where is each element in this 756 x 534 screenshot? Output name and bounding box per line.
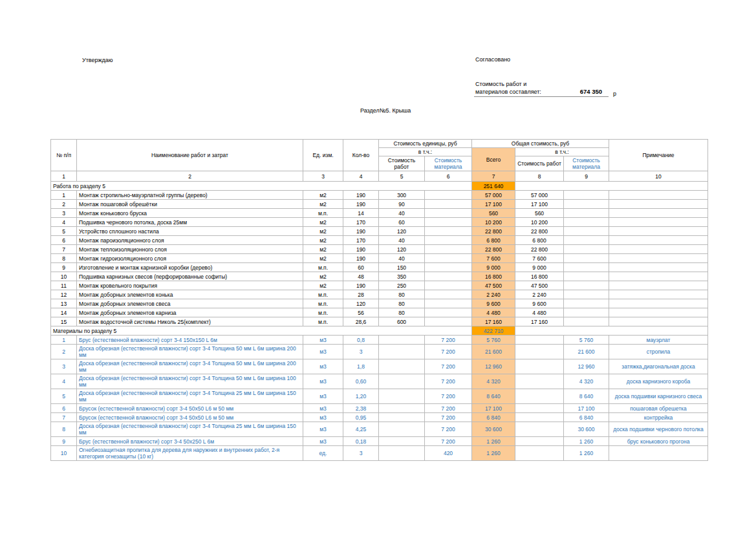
qty-cell: 14 <box>343 209 379 218</box>
total-cell: 1 260 <box>472 437 515 446</box>
unit-work-cost-cell: 150 <box>379 263 425 272</box>
material-cost-cell: 5 760 <box>564 336 609 345</box>
work-cost-cell <box>515 413 564 422</box>
note-cell: затяжка,диагональная доска <box>609 359 708 374</box>
col-number: 2 <box>77 171 303 182</box>
work-name-cell: Монтаж водосточной системы Николь 25(ком… <box>77 317 303 326</box>
empty-cell <box>515 326 708 336</box>
material-cost-cell <box>564 245 609 254</box>
unit-work-cost-cell: 80 <box>379 290 425 299</box>
note-cell <box>609 281 708 290</box>
total-cell: 17 100 <box>472 404 515 413</box>
unit-cell: м2 <box>303 272 343 281</box>
note-cell: контррейка <box>609 413 708 422</box>
work-cost-cell <box>515 422 564 437</box>
col-header-incl-unit: в т.ч.: <box>379 148 472 156</box>
material-cost-cell: 1 260 <box>564 437 609 446</box>
unit-cell: м.п. <box>303 263 343 272</box>
unit-cell: м3 <box>303 374 343 389</box>
work-name-cell: Изготовление и монтаж карнизной коробки … <box>77 263 303 272</box>
col-header-work-cost: Стоимость работ <box>379 156 425 171</box>
row-number-cell: 6 <box>51 404 77 413</box>
total-cell: 4 480 <box>472 308 515 317</box>
total-cell: 21 600 <box>472 345 515 359</box>
material-name-cell: Брус (естественной влажности) сорт 3-4 1… <box>77 336 303 345</box>
note-cell: стропила <box>609 345 708 359</box>
note-cell <box>609 218 708 227</box>
col-header-total-cost-group: Общая стоимость, руб <box>472 140 609 148</box>
total-cell: 1 260 <box>472 446 515 461</box>
work-name-cell: Монтаж гидроизоляционного слоя <box>77 254 303 263</box>
work-name-cell: Монтаж стропильно-мауэрлатной группы (де… <box>77 191 303 200</box>
total-cell: 22 800 <box>472 245 515 254</box>
row-number-cell: 3 <box>51 359 77 374</box>
col-number: 4 <box>343 171 379 182</box>
material-cost-cell <box>564 281 609 290</box>
qty-cell: 2,38 <box>343 404 379 413</box>
note-cell <box>609 272 708 281</box>
page-title: Раздел№5. Крыша <box>360 107 411 114</box>
qty-cell: 0,95 <box>343 413 379 422</box>
col-header-material-cost: Стоимость материала <box>425 156 472 171</box>
note-cell: брус конькового прогона <box>609 437 708 446</box>
col-header-qty: Кол-во <box>343 140 379 171</box>
material-row: 5Доска обрезная (естественной влажности)… <box>51 389 708 404</box>
unit-material-cost-cell: 420 <box>425 446 472 461</box>
work-cost-cell: 17 100 <box>515 200 564 209</box>
work-cost-cell <box>515 446 564 461</box>
row-number-cell: 10 <box>51 446 77 461</box>
work-cost-cell: 10 200 <box>515 218 564 227</box>
work-row: 9Изготовление и монтаж карнизной коробки… <box>51 263 708 272</box>
col-header-material-cost-total: Стоимость материала <box>564 156 609 171</box>
unit-work-cost-cell <box>379 374 425 389</box>
work-row: 5Устройство сплошного настилам219012022 … <box>51 227 708 236</box>
material-cost-cell <box>564 254 609 263</box>
unit-cell: ед. <box>303 446 343 461</box>
work-name-cell: Подшивка чернового потолка, доска 25мм <box>77 218 303 227</box>
total-cell: 7 600 <box>472 254 515 263</box>
row-number-cell: 8 <box>51 422 77 437</box>
unit-material-cost-cell <box>425 227 472 236</box>
unit-cell: м2 <box>303 227 343 236</box>
work-cost-cell <box>515 345 564 359</box>
total-cell: 8 640 <box>472 389 515 404</box>
unit-material-cost-cell <box>425 308 472 317</box>
unit-work-cost-cell <box>379 359 425 374</box>
unit-work-cost-cell <box>379 404 425 413</box>
unit-material-cost-cell <box>425 245 472 254</box>
unit-cell: м.п. <box>303 209 343 218</box>
note-cell: доска карнизного короба <box>609 374 708 389</box>
row-number-cell: 15 <box>51 317 77 326</box>
material-cost-cell: 8 640 <box>564 389 609 404</box>
unit-work-cost-cell: 40 <box>379 209 425 218</box>
qty-cell: 190 <box>343 254 379 263</box>
unit-material-cost-cell: 7 200 <box>425 437 472 446</box>
material-name-cell: Брус (естественной влажности) сорт 3-4 5… <box>77 437 303 446</box>
unit-material-cost-cell: 7 200 <box>425 374 472 389</box>
material-cost-cell: 4 320 <box>564 374 609 389</box>
work-name-cell: Монтаж пошаговой обрешётки <box>77 200 303 209</box>
unit-work-cost-cell: 40 <box>379 254 425 263</box>
section-row: Работа по разделу 5251 640 <box>51 182 708 191</box>
qty-cell: 56 <box>343 308 379 317</box>
total-cell: 47 500 <box>472 281 515 290</box>
unit-cell: м.п. <box>303 317 343 326</box>
qty-cell: 190 <box>343 245 379 254</box>
work-name-cell: Монтаж пароизоляционного слоя <box>77 236 303 245</box>
material-cost-cell: 21 600 <box>564 345 609 359</box>
material-cost-cell <box>564 191 609 200</box>
total-cell: 17 100 <box>472 200 515 209</box>
total-cell: 560 <box>472 209 515 218</box>
total-cell: 57 000 <box>472 191 515 200</box>
estimate-table-body: Работа по разделу 5251 6401Монтаж стропи… <box>51 182 708 461</box>
section-row: Материалы по разделу 5422 710 <box>51 326 708 336</box>
col-number: 5 <box>379 171 425 182</box>
section-label: Работа по разделу 5 <box>51 182 472 191</box>
total-cell: 30 600 <box>472 422 515 437</box>
work-cost-cell <box>515 374 564 389</box>
unit-cell: м3 <box>303 437 343 446</box>
qty-cell: 3 <box>343 345 379 359</box>
work-name-cell: Монтаж доборных элементов карниза <box>77 308 303 317</box>
qty-cell: 190 <box>343 191 379 200</box>
work-cost-cell: 57 000 <box>515 191 564 200</box>
